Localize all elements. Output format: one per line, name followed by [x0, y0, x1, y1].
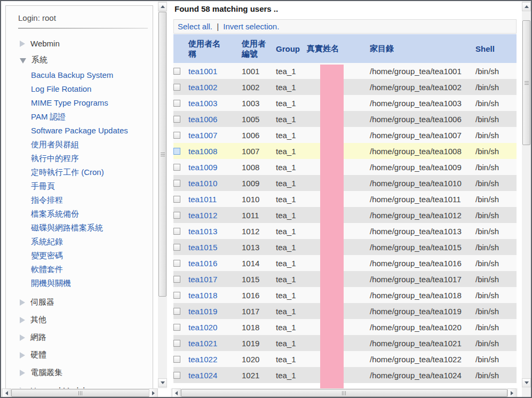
window-vertical-scrollbar[interactable] [522, 1, 531, 397]
username-link[interactable]: tea1016 [188, 259, 217, 268]
row-checkbox[interactable] [173, 228, 180, 235]
scroll-right-button[interactable] [149, 388, 158, 397]
username-link[interactable]: tea1013 [188, 227, 217, 236]
username-link[interactable]: tea1017 [188, 275, 217, 284]
sidebar-category[interactable]: 伺服器 [6, 293, 153, 311]
username-link[interactable]: tea1015 [188, 243, 217, 252]
row-checkbox[interactable] [173, 356, 180, 363]
row-checkbox[interactable] [173, 100, 180, 107]
username-link[interactable]: tea1011 [188, 195, 217, 204]
username-link[interactable]: tea1019 [188, 307, 217, 316]
sidebar-category[interactable]: 硬體 [6, 346, 153, 364]
username-link[interactable]: tea1010 [188, 179, 217, 188]
username-link[interactable]: tea1021 [188, 339, 217, 348]
row-checkbox[interactable] [173, 116, 180, 123]
sidebar-category[interactable]: 網路 [6, 329, 153, 346]
triangle-right-icon [20, 317, 25, 323]
user-table-row: tea10061005tea_1/home/group_tea/tea1006/… [173, 111, 517, 127]
row-checkbox[interactable] [173, 260, 180, 267]
user-table-row: tea10211019tea_1/home/group_tea/tea1021/… [173, 335, 517, 351]
username-link[interactable]: tea1022 [188, 355, 217, 364]
scroll-left-button[interactable] [172, 388, 181, 397]
username-cell: tea1007 [188, 127, 242, 143]
scroll-left-button[interactable] [2, 388, 11, 397]
sidebar-module-link[interactable]: PAM 認證 [6, 110, 153, 124]
login-divider [18, 28, 148, 29]
row-checkbox[interactable] [173, 196, 180, 203]
username-cell: tea1021 [188, 335, 242, 351]
sidebar-module-link[interactable]: 磁碟與網路檔案系統 [6, 221, 153, 235]
row-checkbox[interactable] [173, 164, 180, 171]
scrollbar-thumb[interactable] [11, 389, 150, 397]
row-checkbox[interactable] [173, 212, 180, 219]
row-checkbox[interactable] [173, 324, 180, 331]
sidebar-module-link[interactable]: 指令排程 [6, 193, 153, 207]
scrollbar-thumb[interactable] [522, 20, 530, 145]
row-checkbox[interactable] [173, 180, 180, 187]
row-checkbox[interactable] [173, 84, 180, 91]
sidebar-vertical-scrollbar[interactable] [158, 1, 167, 388]
scrollbar-thumb[interactable] [181, 389, 507, 397]
main-horizontal-scrollbar[interactable] [171, 388, 518, 397]
username-cell: tea1013 [188, 223, 242, 239]
scrollbar-thumb[interactable] [158, 12, 166, 297]
username-link[interactable]: tea1002 [188, 83, 217, 92]
thumb-grip-icon [161, 153, 165, 156]
sidebar-module-link[interactable]: 檔案系統備份 [6, 207, 153, 221]
login-label: Login: root [18, 13, 153, 22]
sidebar-module-link[interactable]: 使用者與群組 [6, 138, 153, 152]
sidebar-module-link[interactable]: MIME Type Programs [6, 96, 153, 110]
sidebar-category[interactable]: Webmin [6, 35, 153, 52]
row-checkbox[interactable] [173, 148, 180, 155]
row-checkbox[interactable] [173, 132, 180, 139]
sidebar-module-link[interactable]: 軟體套件 [6, 262, 153, 276]
uid-cell: 1010 [242, 191, 276, 207]
scroll-up-button[interactable] [158, 2, 167, 11]
sidebar-module-link[interactable]: Log File Rotation [6, 82, 153, 96]
group-cell: tea_1 [276, 271, 307, 287]
row-checkbox[interactable] [173, 292, 180, 299]
home-cell: /home/group_tea/tea1020 [370, 319, 475, 335]
row-checkbox[interactable] [173, 276, 180, 283]
username-cell: tea1020 [188, 319, 242, 335]
sidebar-module-link[interactable]: 開機與關機 [6, 276, 153, 290]
username-link[interactable]: tea1024 [188, 371, 217, 380]
username-link[interactable]: tea1008 [188, 147, 217, 156]
sidebar-module-link[interactable]: Bacula Backup System [6, 68, 153, 82]
group-column-header: Group [276, 34, 307, 63]
sidebar-horizontal-scrollbar[interactable] [1, 388, 158, 397]
sidebar-category[interactable]: 系統 [6, 52, 153, 68]
username-link[interactable]: tea1020 [188, 323, 217, 332]
row-checkbox[interactable] [173, 68, 180, 75]
username-cell: tea1006 [188, 111, 242, 127]
scroll-down-button[interactable] [522, 378, 531, 387]
username-link[interactable]: tea1001 [188, 67, 217, 76]
uid-cell: 1001 [242, 63, 276, 79]
sidebar-module-link[interactable]: 變更密碼 [6, 249, 153, 262]
sidebar-module-link[interactable]: Software Package Updates [6, 124, 153, 138]
invert-selection-link[interactable]: Invert selection. [223, 22, 279, 31]
scroll-down-button[interactable] [158, 378, 167, 387]
home-cell: /home/group_tea/tea1009 [370, 159, 475, 175]
sidebar-module-link[interactable]: 定時執行工作 (Cron) [6, 165, 153, 179]
row-checkbox[interactable] [173, 372, 180, 379]
username-link[interactable]: tea1003 [188, 99, 217, 108]
sidebar-module-link[interactable]: 手冊頁 [6, 179, 153, 193]
sidebar-module-link[interactable]: 系統紀錄 [6, 235, 153, 249]
sidebar-category[interactable]: 其他 [6, 311, 153, 329]
username-link[interactable]: tea1018 [188, 291, 217, 300]
sidebar-category[interactable]: Un-used Modules [6, 381, 153, 388]
checkbox-cell [173, 63, 188, 79]
scroll-up-button[interactable] [522, 2, 531, 11]
username-link[interactable]: tea1007 [188, 131, 217, 140]
username-link[interactable]: tea1006 [188, 115, 217, 124]
row-checkbox[interactable] [173, 340, 180, 347]
row-checkbox[interactable] [173, 244, 180, 251]
select-all-link[interactable]: Select all. [178, 22, 212, 31]
username-link[interactable]: tea1012 [188, 211, 217, 220]
sidebar-module-link[interactable]: 執行中的程序 [6, 152, 153, 165]
row-checkbox[interactable] [173, 308, 180, 315]
scroll-right-button[interactable] [507, 388, 517, 397]
username-link[interactable]: tea1009 [188, 163, 217, 172]
sidebar-category[interactable]: 電腦叢集 [6, 364, 153, 381]
